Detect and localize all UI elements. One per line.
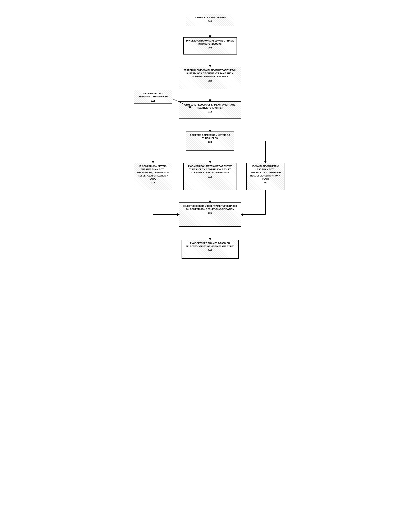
box-312-ref: 312 <box>182 110 238 113</box>
box-300-label: DOWNSCALE VIDEO FRAMES <box>194 16 226 19</box>
box-308-label: PERFORM LRME COMPARISON BETWEEN EACH SUP… <box>183 69 237 78</box>
flowchart-diagram: DOWNSCALE VIDEO FRAMES 300 DIVIDE EACH D… <box>132 7 288 491</box>
box-336-ref: 336 <box>182 211 238 215</box>
box-340-label: ENCODE VIDEO FRAMES BASED ON SELECTED SE… <box>185 242 234 248</box>
box-340-ref: 340 <box>184 249 236 252</box>
box-328-ref: 328 <box>186 175 234 178</box>
box-340: ENCODE VIDEO FRAMES BASED ON SELECTED SE… <box>182 240 239 259</box>
box-304: DIVIDE EACH DOWNSCALED VIDEO FRAME INTO … <box>183 37 237 55</box>
box-332: IF COMPARISON METRIC LESS THAN BOTH THRE… <box>247 163 284 190</box>
box-320-ref: 320 <box>189 141 231 144</box>
box-316: DETERMINE TWO PREDEFINED THRESHOLDS 316 <box>134 90 172 104</box>
box-320: COMPARE COMPARISON METRIC TO THRESHOLDS … <box>186 131 234 150</box>
box-324: IF COMPARISON METRIC GREATER THAN BOTH T… <box>134 163 172 190</box>
box-324-label: IF COMPARISON METRIC GREATER THAN BOTH T… <box>137 165 169 180</box>
box-308: PERFORM LRME COMPARISON BETWEEN EACH SUP… <box>179 67 241 89</box>
box-320-label: COMPARE COMPARISON METRIC TO THRESHOLDS <box>190 134 230 140</box>
box-316-label: DETERMINE TWO PREDEFINED THRESHOLDS <box>138 92 168 98</box>
box-336-label: SELECT SERIES OF VIDEO FRAME TYPES BASED… <box>183 205 237 210</box>
box-304-ref: 304 <box>186 46 234 49</box>
box-328: IF COMPARISON METRIC BETWEEN TWO THRESHO… <box>183 163 237 190</box>
box-312: COMPARE RESULTS OF LRME OF ONE FRAME REL… <box>179 101 241 119</box>
box-332-ref: 332 <box>249 181 282 184</box>
box-324-ref: 324 <box>137 181 169 184</box>
box-300: DOWNSCALE VIDEO FRAMES 300 <box>186 14 234 26</box>
box-308-ref: 308 <box>182 79 238 82</box>
box-332-label: IF COMPARISON METRIC LESS THAN BOTH THRE… <box>249 165 281 180</box>
box-312-label: COMPARE RESULTS OF LRME OF ONE FRAME REL… <box>184 103 235 109</box>
box-336: SELECT SERIES OF VIDEO FRAME TYPES BASED… <box>179 202 241 227</box>
box-316-ref: 316 <box>137 99 169 102</box>
box-304-label: DIVIDE EACH DOWNSCALED VIDEO FRAME INTO … <box>186 39 234 45</box>
box-328-label: IF COMPARISON METRIC BETWEEN TWO THRESHO… <box>188 165 233 174</box>
box-300-ref: 300 <box>189 20 231 23</box>
